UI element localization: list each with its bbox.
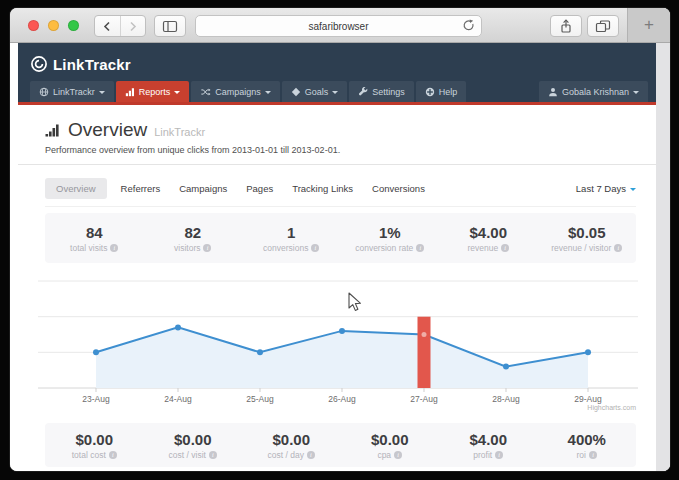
tab-referrers[interactable]: Referrers [121,178,161,199]
info-icon[interactable]: i [109,451,117,459]
sidebar-toggle-button[interactable] [154,15,186,37]
caret-down-icon [174,91,180,94]
user-icon [548,87,558,97]
svg-text:28-Aug: 28-Aug [492,394,520,404]
back-button[interactable] [95,16,121,36]
stat-cost-day: $0.00 cost / dayi [242,431,341,460]
info-icon[interactable]: i [209,451,217,459]
caret-down-icon [633,91,639,94]
caret-down-icon [332,91,338,94]
tab-tracking-links[interactable]: Tracking Links [292,178,353,199]
tab-pages[interactable]: Pages [246,178,273,199]
browser-window: safaribrowser + [10,8,670,471]
stat-visitors: 82 visitorsi [144,224,243,253]
stat-conversions: 1 conversionsi [242,224,341,253]
share-icon [559,19,573,34]
date-range-selector[interactable]: Last 7 Days [576,183,636,194]
svg-text:29-Aug: 29-Aug [574,394,602,404]
nav-item-linktrackr[interactable]: LinkTrackr [30,81,114,102]
stats-panel-bottom: $0.00 total costi $0.00 cost / visiti $0… [45,423,636,467]
bar-chart-icon [125,87,135,97]
info-icon[interactable]: i [501,244,509,252]
info-icon[interactable]: i [614,244,622,252]
globe-icon [39,87,49,97]
tab-overview[interactable]: Overview [45,178,107,199]
nav-item-reports[interactable]: Reports [116,81,190,102]
history-nav-group [94,15,146,37]
info-icon[interactable]: i [311,244,319,252]
share-button[interactable] [550,15,582,37]
report-tabs: Overview Referrers Campaigns Pages Track… [45,178,636,207]
caret-down-icon [99,91,105,94]
url-text: safaribrowser [308,21,368,32]
chevron-left-icon [101,20,114,33]
info-icon[interactable]: i [495,451,503,459]
shuffle-icon [200,87,211,97]
page: LinkTrackr LinkTrackr [10,43,670,471]
stat-conversion-rate: 1% conversion ratei [341,224,440,253]
info-icon[interactable]: i [307,451,315,459]
info-icon[interactable]: i [203,244,211,252]
brand-text: LinkTrackr [53,56,131,73]
brand[interactable]: LinkTrackr [18,52,656,76]
svg-text:26-Aug: 26-Aug [328,394,356,404]
svg-text:23-Aug: 23-Aug [82,394,110,404]
tab-campaigns[interactable]: Campaigns [179,178,227,199]
page-subtitle: Performance overview from unique clicks … [45,145,636,155]
app-menu: LinkTrackr Reports [18,81,656,102]
nav-item-help[interactable]: Help [416,81,467,102]
signal-bars-icon [45,123,61,138]
tabs-icon [595,19,611,33]
reload-icon [462,19,475,32]
visits-chart[interactable]: 23-Aug24-Aug25-Aug26-Aug27-Aug28-Aug29-A… [38,268,638,413]
tab-conversions[interactable]: Conversions [372,178,425,199]
zoom-window-icon[interactable] [68,20,79,31]
diamond-icon [291,87,301,97]
info-icon[interactable]: i [589,451,597,459]
page-header: Overview LinkTrackr Performance overview… [18,105,656,165]
mouse-cursor [348,292,362,312]
stat-total-visits: 84 total visitsi [45,224,144,253]
svg-text:24-Aug: 24-Aug [164,394,192,404]
stat-roi: 400% roii [538,431,637,460]
help-icon [425,87,435,97]
browser-toolbar: safaribrowser + [10,8,670,43]
scrollbar-track[interactable] [655,43,670,471]
info-icon[interactable]: i [416,244,424,252]
svg-text:Highcharts.com: Highcharts.com [587,404,636,412]
sidebar-icon [162,20,178,33]
stat-total-cost: $0.00 total costi [45,431,144,460]
stat-revenue-visitor: $0.05 revenue / visitori [538,224,637,253]
stat-cost-visit: $0.00 cost / visiti [144,431,243,460]
content: Overview Referrers Campaigns Pages Track… [18,178,656,467]
info-icon[interactable]: i [394,451,402,459]
user-menu[interactable]: Gobala Krishnan [539,81,648,102]
tab-overview-button[interactable] [587,15,619,37]
minimize-window-icon[interactable] [48,20,59,31]
forward-button[interactable] [121,16,146,36]
nav-item-goals[interactable]: Goals [282,81,348,102]
stat-profit: $4.00 profiti [439,431,538,460]
stat-revenue: $4.00 revenuei [439,224,538,253]
svg-text:27-Aug: 27-Aug [410,394,438,404]
plus-icon: + [644,15,654,35]
wrench-icon [358,87,368,97]
cursor-arrow-icon [348,292,362,312]
stats-panel-top: 84 total visitsi 82 visitorsi 1 conversi… [45,213,636,263]
page-title-suffix: LinkTrackr [154,126,205,138]
info-icon[interactable]: i [110,244,118,252]
caret-down-icon [265,91,271,94]
linktrackr-logo-icon [30,55,48,73]
page-title: Overview [68,119,147,141]
reload-button[interactable] [462,19,475,32]
new-tab-button[interactable]: + [627,8,670,42]
app-navbar: LinkTrackr LinkTrackr [18,43,656,105]
caret-down-icon [630,188,636,191]
address-bar[interactable]: safaribrowser [195,15,482,37]
close-window-icon[interactable] [28,20,39,31]
stat-cpa: $0.00 cpai [341,431,440,460]
chevron-right-icon [126,20,139,33]
nav-item-campaigns[interactable]: Campaigns [191,81,280,102]
nav-item-settings[interactable]: Settings [349,81,414,102]
page-viewport: LinkTrackr LinkTrackr [18,43,656,471]
